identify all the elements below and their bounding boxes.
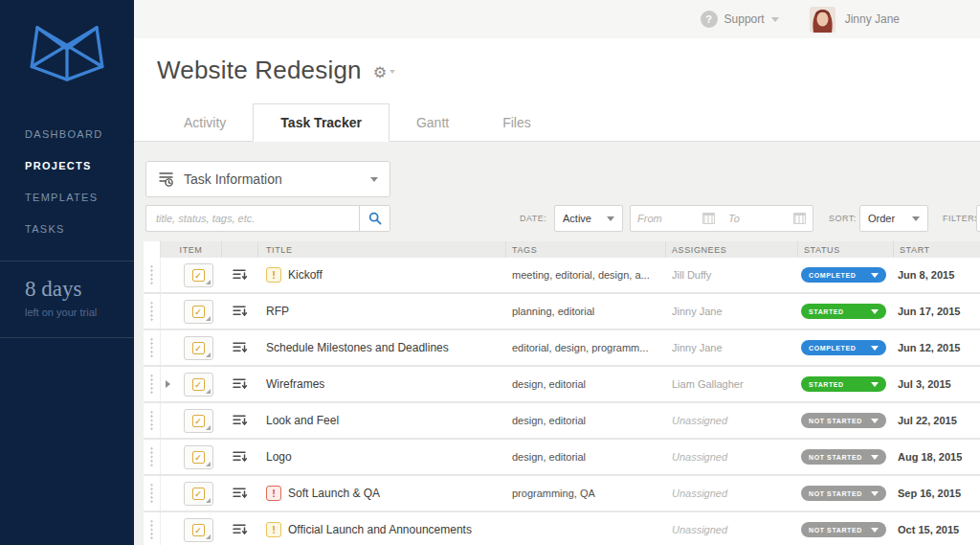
status-dropdown[interactable]: NOT STARTED <box>801 522 886 537</box>
expand-cell <box>161 476 174 511</box>
date-filter-dropdown[interactable]: Active <box>554 205 623 232</box>
app-window: DASHBOARDPROJECTSTEMPLATESTASKS 8 days l… <box>0 0 980 545</box>
tab-files[interactable]: Files <box>476 105 558 141</box>
status-dropdown[interactable]: STARTED <box>801 376 886 392</box>
sidebar-item-dashboard[interactable]: DASHBOARD <box>0 119 134 150</box>
task-title[interactable]: Schedule Milestones and Deadlines <box>266 341 449 354</box>
drag-handle[interactable] <box>144 294 161 329</box>
drag-handle[interactable] <box>144 367 161 401</box>
user-avatar[interactable] <box>810 7 835 33</box>
status-label: COMPLETED <box>809 272 856 279</box>
item-cell: ✓ <box>174 367 222 401</box>
status-dropdown[interactable]: COMPLETED <box>801 267 886 283</box>
search-input[interactable] <box>146 213 359 224</box>
drag-dots-icon <box>150 410 153 431</box>
task-title[interactable]: Logo <box>266 450 292 464</box>
filters-dropdown[interactable] <box>976 205 980 232</box>
date-to-field[interactable]: To <box>722 206 813 231</box>
app-logo-icon[interactable] <box>25 23 109 82</box>
calendar-icon[interactable] <box>793 213 806 224</box>
item-cell: ✓ <box>174 512 222 545</box>
priority-icon: ! <box>266 522 281 537</box>
task-details-icon <box>233 450 249 464</box>
drag-handle[interactable] <box>144 403 161 438</box>
task-item-button[interactable]: ✓ <box>184 263 213 287</box>
chevron-down-icon <box>871 382 879 387</box>
chevron-down-icon <box>871 309 879 314</box>
assignee-cell: Unassigned <box>666 403 798 438</box>
status-dropdown[interactable]: COMPLETED <box>801 340 886 355</box>
task-title[interactable]: Soft Launch & QA <box>288 487 380 500</box>
task-assignee: Jill Duffy <box>672 269 711 281</box>
task-item-button[interactable]: ✓ <box>184 300 213 324</box>
table-row: ✓RFPplanning, editorialJinny JaneSTARTED… <box>144 294 980 330</box>
details-cell[interactable] <box>222 294 258 329</box>
task-item-button[interactable]: ✓ <box>184 518 213 542</box>
details-cell[interactable] <box>222 258 258 292</box>
task-item-button[interactable]: ✓ <box>184 482 213 506</box>
tab-activity[interactable]: Activity <box>157 105 253 141</box>
details-cell[interactable] <box>222 330 258 365</box>
task-title[interactable]: Kickoff <box>288 268 323 282</box>
sidebar-item-projects[interactable]: PROJECTS <box>0 150 134 182</box>
drag-handle[interactable] <box>144 440 161 474</box>
drag-handle[interactable] <box>144 258 161 292</box>
sort-dropdown[interactable]: Order <box>859 205 928 232</box>
task-tags: editorial, design, programm... <box>512 342 648 353</box>
status-dropdown[interactable]: NOT STARTED <box>801 486 886 501</box>
support-menu[interactable]: ? Support <box>701 11 779 28</box>
task-title[interactable]: Look and Feel <box>266 414 339 427</box>
details-cell[interactable] <box>222 440 258 474</box>
search-button[interactable] <box>359 206 390 231</box>
date-filter-value: Active <box>563 213 591 224</box>
chevron-down-icon <box>370 177 378 182</box>
calendar-icon[interactable] <box>702 213 715 224</box>
chevron-down-icon <box>871 491 879 496</box>
task-start-date: Jun 8, 2015 <box>898 269 954 281</box>
status-label: NOT STARTED <box>809 490 862 497</box>
sort-value: Order <box>868 213 895 224</box>
tab-task-tracker[interactable]: Task Tracker <box>253 103 390 142</box>
task-start-date: Jun 12, 2015 <box>898 342 960 353</box>
expand-cell <box>161 258 174 292</box>
status-dropdown[interactable]: STARTED <box>801 304 886 319</box>
drag-handle[interactable] <box>144 512 161 545</box>
tab-gantt[interactable]: Gantt <box>390 105 476 141</box>
task-item-button[interactable]: ✓ <box>184 445 213 469</box>
task-item-button[interactable]: ✓ <box>184 336 213 360</box>
details-cell[interactable] <box>222 476 258 511</box>
task-tags: design, editorial <box>512 415 586 426</box>
status-dropdown[interactable]: NOT STARTED <box>801 449 886 465</box>
view-selector-dropdown[interactable]: Task Information <box>145 161 390 197</box>
project-settings-button[interactable]: ⚙ <box>373 65 395 80</box>
task-title[interactable]: Official Launch and Announcements <box>288 523 472 536</box>
item-cell: ✓ <box>174 330 222 365</box>
task-title[interactable]: Wireframes <box>266 377 324 391</box>
details-cell[interactable] <box>222 512 258 545</box>
status-dropdown[interactable]: NOT STARTED <box>801 413 886 428</box>
details-cell[interactable] <box>222 367 258 401</box>
chevron-down-icon <box>871 455 879 460</box>
tags-cell: design, editorial <box>506 440 666 474</box>
drag-handle[interactable] <box>144 330 161 365</box>
priority-icon: ! <box>266 267 281 283</box>
status-cell: COMPLETED <box>798 258 894 292</box>
details-cell[interactable] <box>222 403 258 438</box>
task-details-icon <box>233 341 249 354</box>
expand-arrow-icon[interactable] <box>166 380 170 388</box>
task-item-button[interactable]: ✓ <box>184 373 213 397</box>
start-cell: Jul 3, 2015 <box>894 367 980 401</box>
task-title[interactable]: RFP <box>266 305 289 318</box>
task-item-button[interactable]: ✓ <box>184 409 213 433</box>
checkbox-icon: ✓ <box>192 306 205 318</box>
table-row: ✓!Kickoffmeeting, editorial, design, a..… <box>144 258 980 294</box>
sidebar-item-templates[interactable]: TEMPLATES <box>0 182 134 214</box>
start-cell: Jun 17, 2015 <box>894 294 980 329</box>
user-name[interactable]: Jinny Jane <box>845 12 900 26</box>
task-tags: design, editorial <box>512 378 586 390</box>
item-cell: ✓ <box>174 403 222 438</box>
drag-handle[interactable] <box>144 476 161 511</box>
date-from-field[interactable]: From <box>631 206 722 231</box>
sidebar-item-tasks[interactable]: TASKS <box>0 214 134 245</box>
status-cell: NOT STARTED <box>798 440 894 474</box>
